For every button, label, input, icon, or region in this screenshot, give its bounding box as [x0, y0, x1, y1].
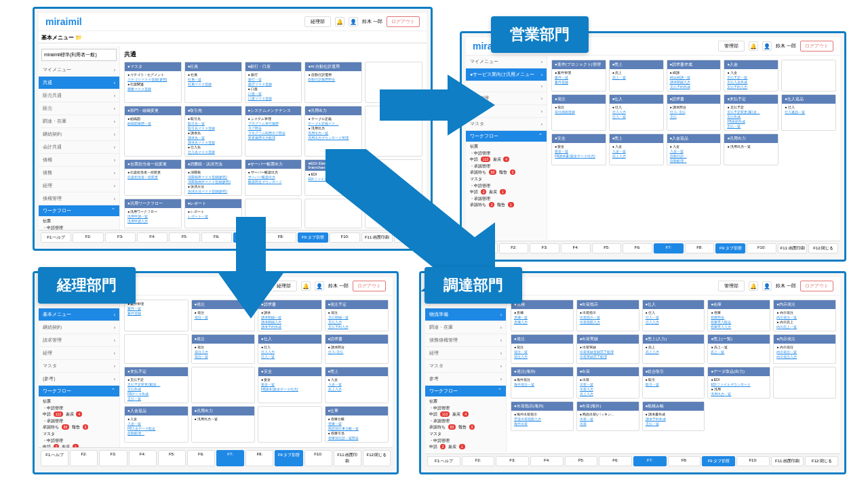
sidebar-select[interactable]: miraimil標準(利用者一般): [41, 49, 117, 61]
fkey[interactable]: F12:閉じる: [808, 243, 838, 253]
wf-item[interactable]: ・申請管理: [43, 438, 115, 445]
user-name: 鈴木 一郎: [362, 18, 382, 25]
sidebar-item[interactable]: 会計共通›: [39, 141, 119, 154]
menu-card: ●システムメンテナンス● システム管理プログラム実行履歴ログ照会プログラム利用ロ…: [245, 106, 302, 157]
fkey[interactable]: F5:: [169, 232, 199, 243]
menu-card: ●取引先● 取引先取引先一覧取引先マスタ登録● 請求先請求先一覧請求先マスタ登録…: [184, 106, 242, 157]
fkey[interactable]: F7:: [654, 243, 684, 253]
fkey[interactable]: F4:: [129, 450, 157, 466]
fkey[interactable]: F4:: [561, 243, 591, 253]
fkey[interactable]: F12:閉じる: [805, 456, 838, 466]
sidebar-item[interactable]: 経理›: [39, 180, 119, 192]
fkey[interactable]: F10:: [304, 450, 332, 466]
sidebar-item[interactable]: 請求管理›: [39, 334, 119, 347]
fkey[interactable]: F7:: [633, 456, 667, 466]
fkey[interactable]: F2:: [499, 243, 529, 253]
fkey[interactable]: F9:タブ切替: [298, 232, 328, 243]
fkey[interactable]: F5:: [565, 456, 598, 466]
fkey[interactable]: F4:: [530, 456, 564, 466]
fkey[interactable]: F7:: [216, 450, 244, 466]
fkey[interactable]: F2:: [73, 232, 103, 243]
wf-item[interactable]: 承認待ち 83 報告 3: [43, 424, 115, 431]
sidebar-item[interactable]: 物流準備›: [425, 308, 506, 321]
fkey[interactable]: F3:: [530, 243, 559, 253]
fkey[interactable]: F5:: [592, 243, 622, 253]
menu-card: ●伝票担当者一括変更● 伝票担当者一括変更伝票担当者一括変更: [124, 159, 182, 196]
wf-item[interactable]: 伝票: [43, 218, 115, 225]
fkey[interactable]: F8:: [685, 243, 715, 253]
menu-card: ●発注● 発注発注画面登録: [551, 94, 606, 131]
dept-select[interactable]: 経理部: [304, 16, 331, 27]
sidebar-item[interactable]: マイメニュー›: [466, 56, 547, 68]
fkey[interactable]: F3:: [99, 450, 127, 466]
sidebar-item[interactable]: マスタ›: [39, 360, 119, 373]
sidebar: miraimil標準(利用者一般) マイメニュー›共通›販売共通›販売›調達・在…: [39, 46, 120, 244]
fkey[interactable]: F6:: [599, 456, 632, 466]
fkey[interactable]: F9:タブ切替: [702, 456, 735, 466]
sidebar-item[interactable]: 債務債権管理›: [425, 334, 506, 347]
sidebar-item[interactable]: マイメニュー›: [39, 64, 119, 77]
wf-item[interactable]: 承認待ち 83 報告 3: [429, 424, 502, 431]
fkey[interactable]: F9:タブ切替: [715, 243, 745, 253]
fkey[interactable]: F12:閉じる: [363, 450, 391, 466]
wf-item[interactable]: 申請 2 差戻 1: [429, 444, 502, 451]
fkey[interactable]: F3:: [496, 456, 529, 466]
menu-card: ●出荷(海外)● 商品出荷(パッキン…出荷一覧出荷: [576, 401, 639, 431]
logout-button[interactable]: ログアウト: [387, 16, 420, 27]
menu-card: ●入金返品● 入金入金一覧自動仕訳…自動処理…: [667, 134, 722, 165]
sidebar-item[interactable]: 共通›: [39, 77, 119, 89]
menu-card: ●仕入● 仕入仕入入力仕入一覧: [609, 94, 664, 131]
wf-item[interactable]: ・申請管理: [429, 438, 502, 445]
sidebar-item[interactable]: 債務›: [39, 167, 119, 180]
wf-item[interactable]: マスタ: [43, 431, 115, 438]
fkey[interactable]: F3:: [105, 232, 136, 243]
sidebar-item[interactable]: 経理›: [425, 347, 506, 360]
fkey[interactable]: F1:ヘルプ: [427, 456, 460, 466]
sidebar-item[interactable]: 調達・在庫›: [425, 321, 506, 334]
sidebar-item[interactable]: 基本メニュー›: [39, 308, 119, 321]
wf-item[interactable]: マスタ: [429, 431, 502, 438]
sidebar-item[interactable]: (参考)›: [39, 373, 119, 386]
wf-item[interactable]: 伝票: [429, 399, 502, 405]
fkey[interactable]: F11:画面印刷: [778, 243, 808, 253]
wf-item[interactable]: 申請 113 差戻 4: [43, 411, 115, 418]
menu-card: ●銀行・口座● 銀行銀行一覧銀行マスタ登録● 口座口座一覧口座マスタ登録: [245, 62, 302, 103]
wf-item[interactable]: ・承認管理: [43, 418, 115, 425]
fkey[interactable]: F8:: [245, 450, 273, 466]
fkey[interactable]: F6:: [187, 450, 215, 466]
menu-card: ●仕入● 仕入仕入一覧仕入入力: [642, 300, 705, 331]
sidebar-item[interactable]: 参考›: [425, 373, 506, 386]
fkey[interactable]: F8:: [668, 456, 701, 466]
fkey[interactable]: F10:: [747, 243, 776, 253]
sidebar-item[interactable]: 販売›: [39, 102, 119, 115]
menu-card: ● 案件管理案件一覧案件登録: [124, 300, 189, 331]
sidebar-item[interactable]: 債権管理›: [39, 192, 119, 205]
sidebar-item[interactable]: 調達・在庫›: [39, 115, 119, 128]
fkey[interactable]: F1:ヘルプ: [41, 232, 71, 243]
wf-item[interactable]: ・申請管理: [43, 405, 115, 412]
fkey[interactable]: F2:: [462, 456, 495, 466]
fkey[interactable]: F9:タブ切替: [275, 450, 302, 466]
workflow-header[interactable]: ワークフロー⌃: [39, 205, 119, 216]
fkey[interactable]: F4:: [137, 232, 167, 243]
fkey[interactable]: F11:画面印刷: [771, 456, 804, 466]
user-icon[interactable]: 👤: [349, 17, 358, 26]
sidebar-item[interactable]: 継続契約›: [39, 321, 119, 334]
bell-icon[interactable]: 🔔: [335, 17, 344, 26]
sidebar-item[interactable]: マスタ›: [425, 360, 506, 373]
fkey[interactable]: F6:: [623, 243, 652, 253]
wf-item[interactable]: ・承認管理: [429, 418, 502, 425]
fkey[interactable]: F2:: [70, 450, 98, 466]
wf-item[interactable]: 申請 113 差戻 4: [429, 411, 502, 418]
fkey[interactable]: F10:: [736, 456, 770, 466]
sidebar-item[interactable]: 債権›: [39, 154, 119, 167]
wf-item[interactable]: 伝票: [43, 399, 115, 405]
sidebar-item[interactable]: 経理›: [39, 347, 119, 360]
fkey[interactable]: F1:ヘルプ: [41, 450, 68, 466]
wf-item[interactable]: ・申請管理: [429, 405, 502, 412]
fkey[interactable]: F11:画面印刷: [334, 450, 361, 466]
sidebar-item[interactable]: 継続契約›: [39, 128, 119, 141]
sidebar-item[interactable]: 販売共通›: [39, 89, 119, 102]
fkey[interactable]: F5:: [158, 450, 186, 466]
label-proc: 調達部門: [425, 267, 522, 304]
